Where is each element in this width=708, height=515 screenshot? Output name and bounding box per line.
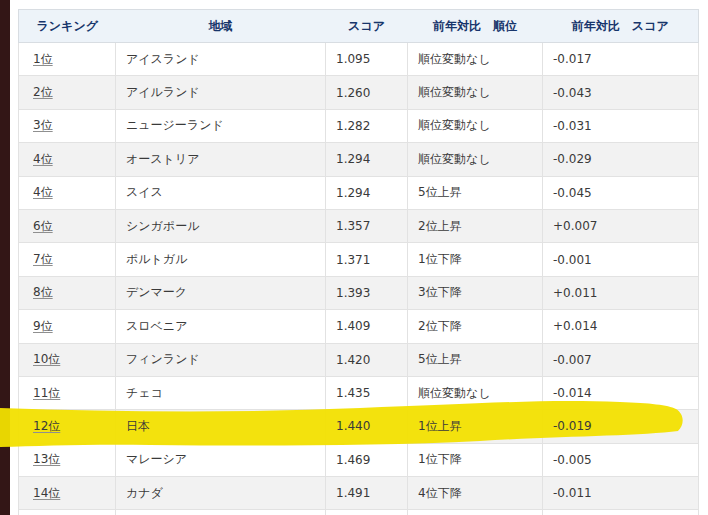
score_change-cell: +0.007 xyxy=(543,209,699,242)
rank-link[interactable]: 8位 xyxy=(33,284,53,301)
region-cell: カナダ xyxy=(116,477,326,510)
rank_change-cell: 5位上昇 xyxy=(408,176,543,209)
score-text: 1.420 xyxy=(336,353,370,367)
score-cell: 1.357 xyxy=(326,209,408,242)
rank-cell: 4位 xyxy=(19,143,116,176)
score_change-text: +0.007 xyxy=(553,219,597,233)
score-cell: 1.371 xyxy=(326,243,408,276)
score-cell: 1.282 xyxy=(326,109,408,142)
rank_change-cell: 2位上昇 xyxy=(408,209,543,242)
rank-link[interactable]: 1位 xyxy=(33,51,53,68)
region-cell: ニュージーランド xyxy=(116,109,326,142)
score-text: 1.393 xyxy=(336,286,370,300)
score-cell: 1.294 xyxy=(326,143,408,176)
score_change-cell: -0.019 xyxy=(543,410,699,443)
score-text: 1.371 xyxy=(336,253,370,267)
rank-cell: 7位 xyxy=(19,243,116,276)
rank-link[interactable]: 14位 xyxy=(33,485,60,502)
score_change-cell: -0.001 xyxy=(543,243,699,276)
score_change-cell: -0.043 xyxy=(543,76,699,109)
score-text: 1.282 xyxy=(336,119,370,133)
rank-link[interactable]: 13位 xyxy=(33,451,60,468)
table-row: 2位アイルランド1.260順位変動なし-0.043 xyxy=(19,76,699,109)
rank_change-text: 順位変動なし xyxy=(418,84,491,101)
region-cell: オーストリア xyxy=(116,143,326,176)
region-cell: 日本 xyxy=(116,410,326,443)
score_change-text: +0.011 xyxy=(553,286,597,300)
rank-cell: 4位 xyxy=(19,176,116,209)
rank-link[interactable]: 9位 xyxy=(33,318,53,335)
window-edge-strip xyxy=(0,0,10,515)
rank_change-cell: 順位変動なし xyxy=(408,143,543,176)
score-cell: 1.393 xyxy=(326,276,408,309)
empty-cell xyxy=(408,510,543,515)
score_change-cell: -0.011 xyxy=(543,477,699,510)
table-row: 14位カナダ1.4914位下降-0.011 xyxy=(19,477,699,510)
region-cell: シンガポール xyxy=(116,209,326,242)
rank-link[interactable]: 6位 xyxy=(33,218,53,235)
region-text: アイスランド xyxy=(126,51,200,68)
region-text: デンマーク xyxy=(126,284,187,301)
score-cell: 1.435 xyxy=(326,376,408,409)
score_change-text: -0.014 xyxy=(553,386,592,400)
rank-link[interactable]: 10位 xyxy=(33,351,60,368)
score-text: 1.491 xyxy=(336,486,370,500)
header-row: ランキング地域スコア前年対比 順位前年対比 スコア xyxy=(19,10,699,43)
empty-cell xyxy=(19,510,116,515)
rank-link[interactable]: 11位 xyxy=(33,385,60,402)
rank_change-cell: 4位下降 xyxy=(408,477,543,510)
score-cell: 1.095 xyxy=(326,43,408,76)
rank_change-cell: 順位変動なし xyxy=(408,109,543,142)
score_change-cell: -0.005 xyxy=(543,443,699,476)
score-cell: 1.469 xyxy=(326,443,408,476)
table-row-partial xyxy=(19,510,699,515)
region-text: チェコ xyxy=(126,385,163,402)
region-text: ポルトガル xyxy=(126,251,187,268)
table-row: 9位スロベニア1.4092位下降+0.014 xyxy=(19,310,699,343)
rank-link[interactable]: 12位 xyxy=(33,418,60,435)
region-text: カナダ xyxy=(126,485,163,502)
rank_change-cell: 1位下降 xyxy=(408,243,543,276)
rank-link[interactable]: 3位 xyxy=(33,117,53,134)
score-text: 1.469 xyxy=(336,453,370,467)
score_change-cell: -0.029 xyxy=(543,143,699,176)
table-row: 4位オーストリア1.294順位変動なし-0.029 xyxy=(19,143,699,176)
column-header-rank_change: 前年対比 順位 xyxy=(408,10,543,43)
region-cell: スロベニア xyxy=(116,310,326,343)
rank-link[interactable]: 4位 xyxy=(33,184,53,201)
rank_change-text: 順位変動なし xyxy=(418,117,491,134)
score-cell: 1.260 xyxy=(326,76,408,109)
rank_change-text: 5位上昇 xyxy=(418,351,462,368)
rank_change-cell: 3位下降 xyxy=(408,276,543,309)
region-cell: ポルトガル xyxy=(116,243,326,276)
table-row: 8位デンマーク1.3933位下降+0.011 xyxy=(19,276,699,309)
rank_change-cell: 1位下降 xyxy=(408,443,543,476)
score_change-cell: -0.031 xyxy=(543,109,699,142)
table-row: 13位マレーシア1.4691位下降-0.005 xyxy=(19,443,699,476)
region-text: フィンランド xyxy=(126,351,200,368)
score-text: 1.260 xyxy=(336,86,370,100)
score-text: 1.294 xyxy=(336,186,370,200)
score-text: 1.440 xyxy=(336,419,370,433)
score-cell: 1.491 xyxy=(326,477,408,510)
score_change-cell: -0.045 xyxy=(543,176,699,209)
rank_change-cell: 1位上昇 xyxy=(408,410,543,443)
table-row: 3位ニュージーランド1.282順位変動なし-0.031 xyxy=(19,109,699,142)
rank_change-text: 1位上昇 xyxy=(418,418,462,435)
rank-link[interactable]: 4位 xyxy=(33,151,53,168)
rank-cell: 8位 xyxy=(19,276,116,309)
region-text: マレーシア xyxy=(126,451,187,468)
rank-link[interactable]: 2位 xyxy=(33,84,53,101)
table-row: 4位スイス1.2945位上昇-0.045 xyxy=(19,176,699,209)
rank-link[interactable]: 7位 xyxy=(33,251,53,268)
rank-cell: 11位 xyxy=(19,376,116,409)
table-row: 1位アイスランド1.095順位変動なし-0.017 xyxy=(19,43,699,76)
score-text: 1.095 xyxy=(336,52,370,66)
column-header-rank: ランキング xyxy=(19,10,116,43)
rank_change-cell: 順位変動なし xyxy=(408,76,543,109)
region-cell: アイルランド xyxy=(116,76,326,109)
table-row: 6位シンガポール1.3572位上昇+0.007 xyxy=(19,209,699,242)
region-cell: チェコ xyxy=(116,376,326,409)
score-cell: 1.420 xyxy=(326,343,408,376)
empty-cell xyxy=(116,510,326,515)
